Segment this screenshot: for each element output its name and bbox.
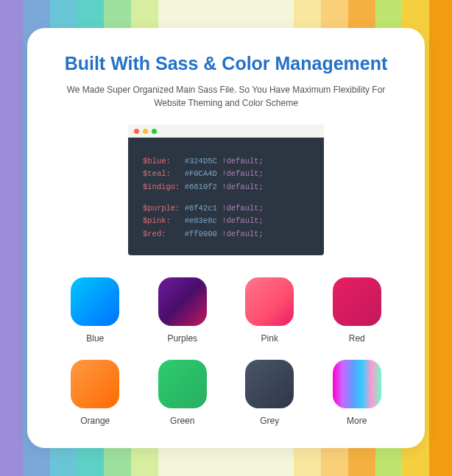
swatch-color-green xyxy=(158,360,207,408)
swatch-item-grey[interactable]: Grey xyxy=(239,360,301,426)
code-line: $pink: #e83e8c !default; xyxy=(143,215,309,227)
swatch-item-green[interactable]: Green xyxy=(152,360,214,426)
page-subtitle: We Made Super Organized Main Sass File. … xyxy=(64,83,388,110)
swatch-color-red xyxy=(333,277,381,326)
swatch-grid: BluePurplesPinkRedOrangeGreenGreyMore xyxy=(57,277,395,426)
swatch-color-blue xyxy=(71,277,119,326)
swatch-color-pink xyxy=(245,277,294,326)
swatch-item-pink[interactable]: Pink xyxy=(239,277,301,344)
swatch-color-orange xyxy=(71,360,119,408)
window-minimize-icon xyxy=(143,129,148,134)
code-line: $teal: #F0CA4D !default; xyxy=(143,168,309,180)
code-line: $indigo: #6610f2 !default; xyxy=(143,181,309,193)
swatch-item-orange[interactable]: Orange xyxy=(64,360,127,426)
page-title: Built With Sass & Color Management xyxy=(57,53,395,74)
swatch-label: Grey xyxy=(260,416,279,426)
swatch-item-more[interactable]: More xyxy=(326,360,389,426)
swatch-color-grey xyxy=(245,360,294,408)
main-card: Built With Sass & Color Management We Ma… xyxy=(27,28,425,448)
code-window: $blue: #324D5C !default;$teal: #F0CA4D !… xyxy=(128,124,324,255)
swatch-label: Blue xyxy=(86,333,104,344)
swatch-item-purples[interactable]: Purples xyxy=(152,277,214,344)
swatch-label: Green xyxy=(170,416,194,426)
code-window-header xyxy=(128,124,324,138)
swatch-label: Orange xyxy=(80,416,110,426)
code-line: $purple: #6f42c1 !default; xyxy=(143,202,309,215)
swatch-label: More xyxy=(347,416,367,426)
swatch-label: Pink xyxy=(261,333,278,344)
window-maximize-icon xyxy=(152,129,157,134)
window-close-icon xyxy=(134,129,139,134)
swatch-label: Red xyxy=(349,333,365,344)
swatch-item-blue[interactable]: Blue xyxy=(64,277,127,344)
swatch-color-more xyxy=(333,360,381,408)
code-line: $red: #ff0000 !default; xyxy=(143,228,309,241)
swatch-color-purples xyxy=(158,277,207,326)
code-line: $blue: #324D5C !default; xyxy=(143,155,309,168)
code-body: $blue: #324D5C !default;$teal: #F0CA4D !… xyxy=(128,138,324,255)
swatch-label: Purples xyxy=(167,333,197,344)
swatch-item-red[interactable]: Red xyxy=(326,277,389,344)
